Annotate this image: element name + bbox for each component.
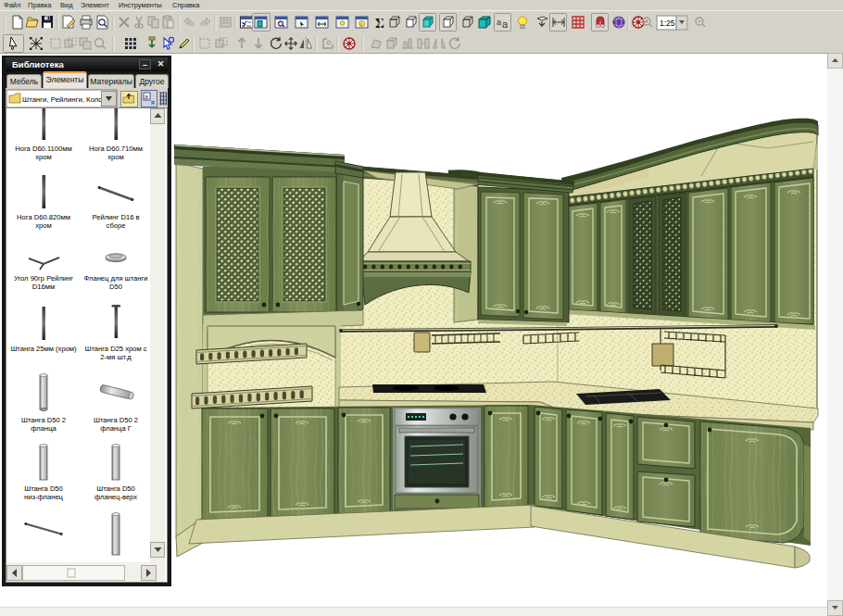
svg-text:Рейлинг D16 в: Рейлинг D16 в <box>92 213 139 221</box>
svg-text:Нога D60.710мм: Нога D60.710мм <box>89 145 143 153</box>
svg-text:Штанга D50: Штанга D50 <box>24 484 63 493</box>
svg-text:фланца: фланца <box>31 424 57 433</box>
svg-text:Фланец для штанги: Фланец для штанги <box>83 274 147 283</box>
svg-text:хром: хром <box>35 221 51 230</box>
svg-text:D16мм: D16мм <box>32 283 55 291</box>
svg-text:Угол 90гр Рейлинг: Угол 90гр Рейлинг <box>14 274 73 283</box>
svg-text:Штанга D50 2: Штанга D50 2 <box>94 416 138 424</box>
svg-text:1:25: 1:25 <box>660 19 675 28</box>
svg-text:a: a <box>497 18 501 27</box>
svg-text:фланца Г: фланца Г <box>100 424 132 433</box>
svg-text:Штанга D50 2: Штанга D50 2 <box>21 416 66 424</box>
svg-text:хром: хром <box>107 153 123 161</box>
svg-text:фланец-верх: фланец-верх <box>94 493 137 501</box>
svg-text:сборе: сборе <box>107 221 126 230</box>
svg-text:хром: хром <box>35 153 51 161</box>
svg-text:Штанга D25 хром с: Штанга D25 хром с <box>84 345 146 353</box>
svg-text:низ-фланец: низ-фланец <box>24 493 64 501</box>
svg-text:D50: D50 <box>109 283 122 291</box>
svg-text:a: a <box>502 19 509 30</box>
svg-text:я: я <box>151 99 155 106</box>
svg-text:Штанги, Рейлинги, Колс: Штанги, Рейлинги, Колс <box>22 95 102 104</box>
svg-text:i: i <box>360 21 361 27</box>
svg-text:2-мя шт.д: 2-мя шт.д <box>100 353 132 361</box>
svg-text:a: a <box>145 94 148 100</box>
svg-text:Штанга D50: Штанга D50 <box>96 484 135 493</box>
svg-text:Штанга 25мм (хром): Штанга 25мм (хром) <box>10 345 77 353</box>
svg-text:Нога D60.1100мм: Нога D60.1100мм <box>15 145 71 153</box>
svg-text:Нога D60.820мм: Нога D60.820мм <box>17 213 70 221</box>
